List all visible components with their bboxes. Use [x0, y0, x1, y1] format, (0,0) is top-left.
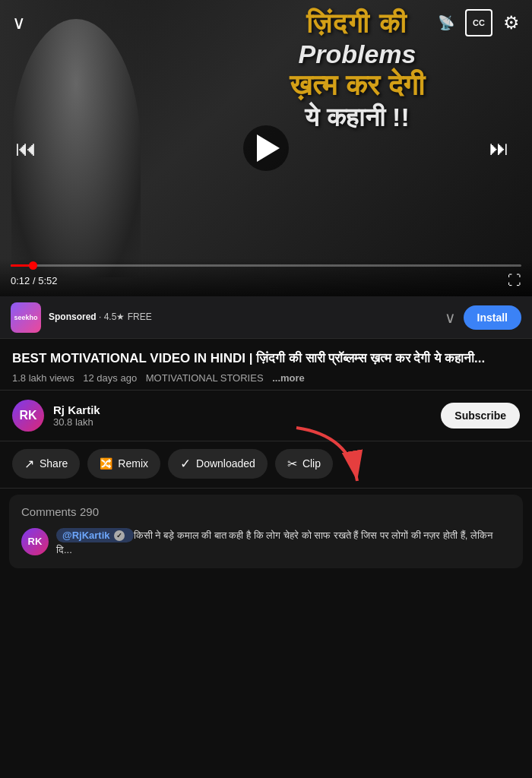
mention-text: @RjKartik [62, 530, 110, 541]
play-triangle [257, 134, 280, 162]
downloaded-label: Downloaded [196, 457, 255, 470]
downloaded-check-icon: ✓ [180, 456, 191, 472]
ad-chevron-icon[interactable]: ∨ [445, 308, 456, 327]
progress-fill [11, 264, 29, 267]
ad-logo: seekho [11, 302, 41, 333]
fullscreen-button[interactable]: ⛶ [508, 273, 521, 289]
install-button[interactable]: Install [464, 305, 521, 330]
channel-row: RK Rj Kartik 30.8 lakh Subscribe [0, 391, 532, 441]
remix-icon: 🔀 [100, 457, 112, 470]
action-buttons-row: ↗ Share 🔀 Remix ✓ Downloaded ✂ Clip [0, 441, 532, 489]
video-player[interactable]: ज़िंदगी की Problems ख़त्म कर देगी ये कहा… [0, 0, 532, 296]
upload-date: 12 days ago [83, 372, 137, 384]
skip-back-button[interactable]: ⏮ [15, 136, 36, 161]
cast-icon[interactable]: 📡 [438, 14, 454, 31]
channel-name[interactable]: Rj Kartik [53, 403, 432, 416]
time-display: 0:12 / 5:52 [11, 275, 57, 286]
category: MOTIVATIONAL STORIES [146, 372, 264, 384]
share-icon: ↗ [24, 457, 34, 471]
downloaded-button[interactable]: ✓ Downloaded [168, 449, 268, 479]
ad-logo-text: seekho [14, 314, 37, 321]
progress-dot [29, 261, 37, 270]
comments-count-value: 290 [80, 505, 99, 518]
hindi-line-2: Problems [198, 40, 517, 69]
clip-icon: ✂ [287, 457, 297, 471]
player-bottom-bar: 0:12 / 5:52 ⛶ [0, 258, 532, 296]
comment-avatar: RK [21, 528, 49, 555]
share-button[interactable]: ↗ Share [12, 449, 80, 479]
video-info: BEST MOTIVATIONAL VIDEO IN HINDI | ज़िंद… [0, 339, 532, 391]
current-time: 0:12 [11, 275, 30, 286]
hindi-line-3: ख़त्म कर देगी [198, 69, 517, 103]
comment-mention[interactable]: @RjKartik ✓ [56, 528, 134, 542]
comments-title: Comments [21, 505, 77, 518]
share-label: Share [40, 457, 68, 470]
video-title: BEST MOTIVATIONAL VIDEO IN HINDI | ज़िंद… [12, 349, 520, 368]
ad-banner: seekho Sponsored · 4.5★ FREE ∨ Install [0, 296, 532, 339]
ad-sponsored-label: Sponsored [49, 312, 97, 322]
comments-header: Comments 290 [21, 505, 511, 519]
cc-button[interactable]: CC [465, 9, 492, 36]
comment-content: @RjKartik ✓ किसी ने बड़े कमाल की बात कही… [56, 528, 511, 558]
channel-avatar[interactable]: RK [12, 400, 44, 432]
channel-info: Rj Kartik 30.8 lakh [53, 403, 432, 428]
remix-label: Remix [118, 457, 148, 470]
settings-icon[interactable]: ⚙ [503, 12, 520, 33]
video-meta: 1.8 lakh views 12 days ago MOTIVATIONAL … [12, 372, 520, 384]
channel-subscribers: 30.8 lakh [53, 416, 432, 428]
subscribe-button[interactable]: Subscribe [441, 403, 520, 429]
verified-badge: ✓ [114, 530, 125, 541]
ad-rating-value: 4.5★ [104, 312, 125, 322]
clip-button[interactable]: ✂ Clip [275, 449, 333, 479]
progress-bar[interactable] [11, 264, 521, 267]
top-right-controls: 📡 CC ⚙ [438, 9, 520, 36]
comment-row: RK @RjKartik ✓ किसी ने बड़े कमाल की बात … [21, 528, 511, 558]
clip-label: Clip [302, 457, 321, 470]
comments-section: Comments 290 RK @RjKartik ✓ किसी ने बड़े… [9, 495, 523, 568]
remix-button[interactable]: 🔀 Remix [87, 449, 160, 479]
ad-rating: · [99, 312, 104, 322]
hindi-line-4: ये कहानी !! [198, 103, 517, 133]
more-link[interactable]: ...more [272, 372, 305, 384]
view-count: 1.8 lakh views [12, 372, 74, 384]
total-time: 5:52 [38, 275, 57, 286]
play-button[interactable] [243, 125, 289, 171]
ad-text: Sponsored · 4.5★ FREE [49, 312, 437, 324]
ad-price-value: FREE [128, 312, 152, 322]
skip-forward-button[interactable]: ⏭ [489, 137, 509, 160]
collapse-button[interactable]: ∨ [12, 12, 26, 33]
player-top-bar: ∨ 📡 CC ⚙ [0, 9, 532, 36]
